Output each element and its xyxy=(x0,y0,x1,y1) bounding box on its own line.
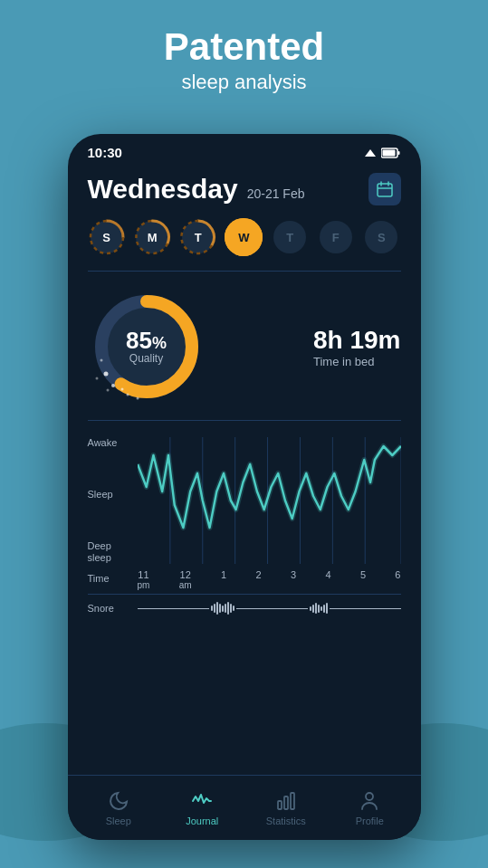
quality-percent: 85% xyxy=(126,329,167,352)
main-content: Wednesday 20-21 Feb xyxy=(68,166,421,622)
header-subtitle: sleep analysis xyxy=(0,71,488,94)
svg-point-21 xyxy=(100,359,102,362)
snore-line-3 xyxy=(330,608,401,609)
date-main: Wednesday 20-21 Feb xyxy=(88,174,305,205)
status-bar: 10:30 xyxy=(68,134,421,166)
svg-point-18 xyxy=(103,372,108,377)
bar-chart-icon xyxy=(275,790,297,812)
snore-label: Snore xyxy=(88,603,138,614)
signal-icon xyxy=(363,148,378,158)
status-icons xyxy=(363,148,401,158)
day-item-tuesday[interactable]: T xyxy=(179,218,217,256)
date-range: 20-21 Feb xyxy=(247,186,305,201)
time-label: Time xyxy=(88,573,110,584)
chart-area: Awake Sleep Deepsleep xyxy=(88,437,401,564)
x-label-11pm: 11pm xyxy=(138,569,150,590)
chart-body xyxy=(138,437,401,564)
svg-marker-0 xyxy=(365,149,376,157)
x-label-5: 5 xyxy=(360,569,366,590)
svg-point-25 xyxy=(106,389,109,392)
sleep-stats: 8h 19m Time in bed xyxy=(313,326,401,368)
svg-point-22 xyxy=(95,377,98,380)
header-area: Patented sleep analysis xyxy=(0,0,488,110)
sleep-chart-section: Awake Sleep Deepsleep xyxy=(88,437,401,622)
x-label-2: 2 xyxy=(255,569,261,590)
snore-line-2 xyxy=(236,608,308,609)
donut-center: 85% Quality xyxy=(126,329,167,365)
x-label-1: 1 xyxy=(221,569,226,590)
svg-point-37 xyxy=(366,793,373,800)
day-label-sunday: S xyxy=(102,231,110,244)
snore-wave xyxy=(138,602,401,615)
calendar-icon xyxy=(376,180,394,198)
day-label-monday: M xyxy=(148,231,158,244)
y-label-awake: Awake xyxy=(88,437,130,449)
svg-rect-3 xyxy=(382,149,395,156)
sleep-quality-section: 85% Quality 8h 19m Time in bed xyxy=(88,288,401,421)
date-header: Wednesday 20-21 Feb xyxy=(88,173,401,205)
nav-item-statistics[interactable]: Statistics xyxy=(244,790,329,826)
svg-point-20 xyxy=(120,388,123,391)
nav-item-sleep[interactable]: Sleep xyxy=(77,790,161,826)
x-spacer: Time xyxy=(88,569,138,590)
bottom-nav: Sleep Journal Statistics Profile xyxy=(68,775,421,840)
header-title: Patented xyxy=(0,25,488,69)
x-label-12am: 12am xyxy=(179,569,192,590)
nav-label-journal: Journal xyxy=(186,816,218,826)
svg-rect-2 xyxy=(397,151,399,155)
day-item-saturday[interactable]: S xyxy=(362,218,400,256)
x-label-3: 3 xyxy=(291,569,296,590)
day-name: Wednesday xyxy=(88,174,238,205)
person-icon xyxy=(359,790,380,812)
chart-x-axis: Time 11pm 12am 1 2 3 4 5 6 xyxy=(88,569,401,590)
calendar-button[interactable] xyxy=(368,173,401,205)
snore-line-1 xyxy=(138,608,209,609)
svg-point-23 xyxy=(126,394,129,396)
status-time: 10:30 xyxy=(88,145,122,160)
day-item-thursday[interactable]: T xyxy=(271,218,309,256)
quality-label: Quality xyxy=(126,352,167,365)
time-in-bed-value: 8h 19m xyxy=(313,326,401,355)
day-label-friday: F xyxy=(332,231,340,244)
svg-point-24 xyxy=(136,397,139,400)
day-label-wednesday: W xyxy=(238,231,249,244)
snore-burst-1 xyxy=(211,602,234,615)
nav-label-profile: Profile xyxy=(356,816,384,826)
day-item-monday[interactable]: M xyxy=(133,218,171,256)
x-label-4: 4 xyxy=(325,569,330,590)
nav-label-sleep: Sleep xyxy=(106,816,131,826)
y-label-deep: Deepsleep xyxy=(88,540,130,564)
svg-rect-34 xyxy=(278,801,282,809)
sleep-quality-donut: 85% Quality xyxy=(88,288,206,405)
nav-label-statistics: Statistics xyxy=(266,816,306,826)
time-in-bed-label: Time in bed xyxy=(313,355,401,368)
nav-item-journal[interactable]: Journal xyxy=(160,790,244,826)
svg-rect-36 xyxy=(291,793,294,809)
phone-mockup: 10:30 Wednesday 20-21 Feb xyxy=(68,134,421,840)
svg-rect-4 xyxy=(378,184,392,196)
moon-icon xyxy=(108,790,129,812)
svg-rect-35 xyxy=(284,796,288,809)
day-item-friday[interactable]: F xyxy=(317,218,355,256)
day-label-saturday: S xyxy=(378,231,386,244)
svg-point-19 xyxy=(111,384,115,387)
day-selector: S M T xyxy=(88,218,401,272)
chart-y-labels: Awake Sleep Deepsleep xyxy=(88,437,138,564)
chart-x-labels: 11pm 12am 1 2 3 4 5 6 xyxy=(138,569,401,590)
x-label-6: 6 xyxy=(395,569,400,590)
wave-icon xyxy=(191,790,213,812)
snore-section: Snore xyxy=(88,594,401,622)
day-label-thursday: T xyxy=(286,231,293,244)
battery-icon xyxy=(381,148,401,158)
day-label-tuesday: T xyxy=(195,231,202,244)
day-item-wednesday[interactable]: W xyxy=(225,218,263,256)
sleep-chart-svg xyxy=(138,437,401,564)
snore-burst-2 xyxy=(310,603,328,614)
y-label-sleep: Sleep xyxy=(88,489,130,501)
nav-item-profile[interactable]: Profile xyxy=(328,790,412,826)
day-item-sunday[interactable]: S xyxy=(88,218,126,256)
